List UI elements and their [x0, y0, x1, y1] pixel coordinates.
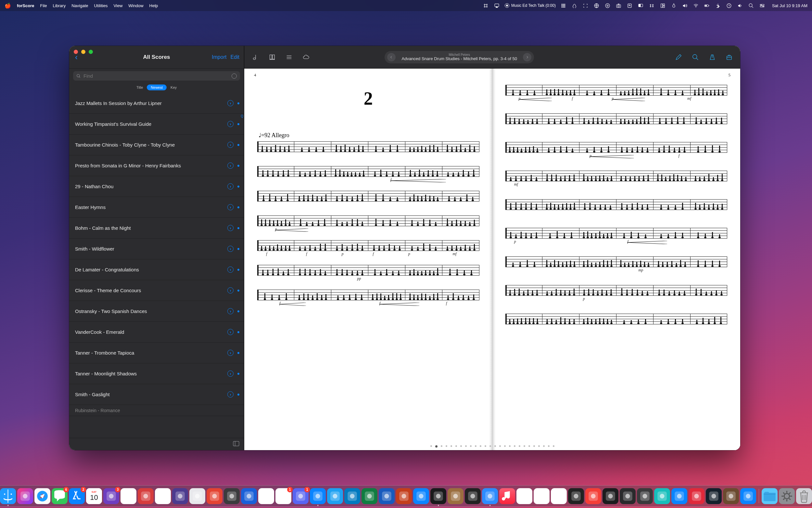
dock-appblue[interactable] [671, 488, 687, 504]
page-spread[interactable]: 4 2 ♩=92 Allegro fpffpfpmfppfff 5 pfpmfp… [244, 69, 740, 450]
chevron-icon[interactable]: › [227, 329, 234, 335]
score-list-item[interactable]: Easter Hymns › [69, 197, 244, 218]
dock-hindenburg[interactable] [620, 488, 636, 504]
dock-folder[interactable] [762, 488, 777, 504]
import-button[interactable]: Import [212, 54, 226, 60]
menu-view[interactable]: View [113, 3, 123, 8]
chevron-icon[interactable]: › [227, 308, 234, 314]
dock-excel[interactable] [362, 488, 377, 504]
dock-cleanshot[interactable] [740, 488, 756, 504]
chevron-icon[interactable]: › [227, 350, 234, 356]
rocket-icon[interactable] [571, 2, 578, 9]
dock-appred[interactable] [688, 488, 705, 504]
dock-readdle[interactable] [189, 488, 205, 504]
grid-icon[interactable] [560, 2, 567, 9]
audio-icon[interactable] [251, 53, 259, 61]
dock-app2[interactable] [465, 488, 481, 504]
bluetooth-icon[interactable] [715, 2, 721, 9]
score-list-item[interactable]: Smith - Gaslight › [69, 384, 244, 405]
score-list-item[interactable]: Rubinstein - Romance [69, 405, 244, 416]
capture-icon[interactable] [582, 2, 589, 9]
dock-guitar[interactable] [723, 488, 739, 504]
dock-terminal[interactable] [603, 488, 618, 504]
dock-slack[interactable]: 1 [276, 488, 291, 504]
chevron-icon[interactable]: › [227, 391, 234, 397]
chevron-icon[interactable]: › [227, 225, 234, 231]
dock-1password[interactable] [241, 488, 257, 504]
chevron-icon[interactable]: › [227, 287, 234, 294]
score-list-item[interactable]: Working Timpanist's Survival Guide › Q [69, 114, 244, 134]
score-list-item[interactable]: Presto from Sonata in G Minor - Henry Fa… [69, 155, 244, 176]
menu-file[interactable]: File [40, 3, 47, 8]
dock-spark[interactable] [310, 488, 326, 504]
zoom-button[interactable] [89, 50, 93, 54]
menu-help[interactable]: Help [149, 3, 158, 8]
score-list-item[interactable]: Smith - Wildflower › [69, 239, 244, 259]
camera-icon[interactable] [616, 2, 622, 9]
app-menu[interactable]: forScore [17, 3, 34, 8]
bookmarks-icon[interactable] [268, 53, 276, 61]
score-list-item[interactable]: Tanner - Moonlight Shadows › [69, 364, 244, 384]
dock-hazel[interactable] [447, 488, 464, 504]
score-list-item[interactable]: Tanner - Trombone Tapioca › [69, 343, 244, 364]
dock-finalcut[interactable] [637, 488, 653, 504]
close-button[interactable] [74, 50, 78, 54]
dock-safari[interactable] [35, 488, 50, 504]
chevron-icon[interactable]: › [227, 266, 234, 273]
next-score-button[interactable] [523, 53, 531, 61]
dictate-icon[interactable] [232, 74, 237, 79]
dock-editor[interactable] [568, 488, 584, 504]
dock-app1[interactable] [224, 488, 240, 504]
now-playing-menuextra[interactable]: Music Ed Tech Talk (0:00) [505, 3, 556, 8]
sort-key[interactable]: Key [166, 85, 181, 90]
volume-icon[interactable] [682, 2, 688, 9]
page-left[interactable]: 4 2 ♩=92 Allegro fpffpfpmfppfff [244, 69, 492, 450]
backblaze-icon[interactable] [671, 2, 677, 9]
sort-newest[interactable]: Newest [147, 85, 166, 90]
dock-notes[interactable] [155, 488, 171, 504]
score-list-item[interactable]: De Lamater - Congratulations › [69, 259, 244, 280]
minimize-button[interactable] [81, 50, 85, 54]
toolbox-icon[interactable] [725, 53, 733, 61]
dock-discord[interactable]: 1 [293, 488, 308, 504]
clock[interactable]: Sat Jul 10 9:19 AM [772, 3, 807, 8]
dock-settings[interactable] [779, 488, 795, 504]
title-display[interactable]: Mitchell Peters Advanced Snare Drum Stud… [385, 51, 534, 64]
annotate-icon[interactable] [675, 53, 682, 61]
dock-finder[interactable] [0, 488, 16, 504]
search-field[interactable] [73, 71, 240, 81]
search-score-icon[interactable] [691, 53, 699, 61]
menuextra-icon[interactable] [483, 2, 489, 9]
menu-icon[interactable] [285, 53, 293, 61]
sort-segmented-control[interactable]: Title Newest Key [69, 83, 244, 93]
dock-keynote[interactable] [413, 488, 429, 504]
dock-notability[interactable] [258, 488, 274, 504]
score-list-item[interactable]: Tambourine Chinois - Toby Clyne - Toby C… [69, 134, 244, 155]
menu-window[interactable]: Window [128, 3, 143, 8]
prev-score-button[interactable] [387, 53, 396, 61]
score-list-item[interactable]: Bohm - Calm as the Night › [69, 218, 244, 239]
magnet-icon[interactable] [660, 2, 666, 9]
chevron-icon[interactable]: › [227, 121, 234, 127]
score-list-item[interactable]: Clerisse - Theme de Concours › [69, 280, 244, 301]
dock-steam[interactable] [706, 488, 722, 504]
language-icon[interactable] [593, 2, 600, 9]
dock-drafts[interactable] [138, 488, 154, 504]
dock-messages[interactable]: 6 [52, 488, 67, 504]
spotlight-icon[interactable] [748, 2, 755, 9]
dock-todoist[interactable] [206, 488, 223, 504]
dock-audacity[interactable] [534, 488, 550, 504]
sound-icon[interactable] [737, 2, 744, 9]
dock-trash[interactable] [796, 488, 812, 504]
chevron-icon[interactable]: › [227, 100, 234, 106]
sort-title[interactable]: Title [133, 85, 147, 90]
edit-button[interactable]: Edit [230, 54, 239, 60]
dock-affinity[interactable] [654, 488, 670, 504]
dock-zoom[interactable] [482, 488, 498, 504]
dock-omnifocus[interactable]: 3 [103, 488, 119, 504]
dock-appstore[interactable]: 2 [69, 488, 85, 504]
amphetamine-icon[interactable] [627, 2, 633, 9]
dock-calendar[interactable]: SAT10 [86, 488, 102, 504]
battery-icon[interactable] [704, 2, 710, 9]
control-center-icon[interactable] [759, 2, 766, 9]
